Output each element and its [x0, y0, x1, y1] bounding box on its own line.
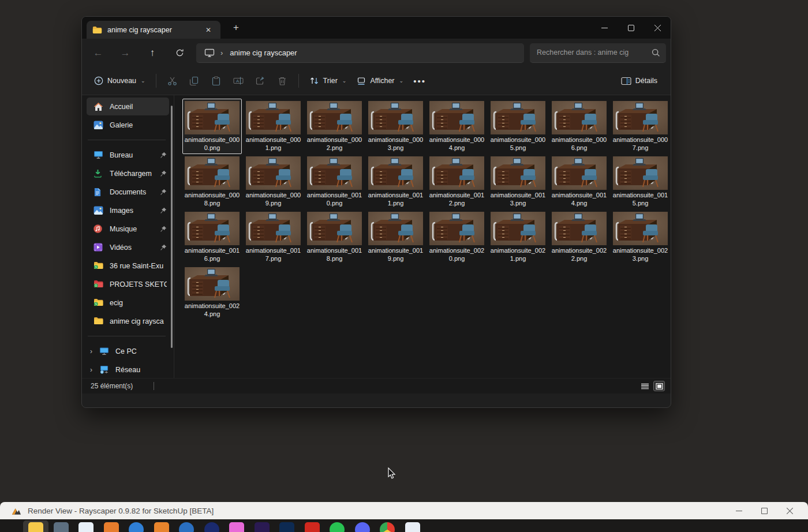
- taskbar-icon-whatsapp[interactable]: [330, 522, 345, 532]
- view-icon: [357, 77, 366, 85]
- maximize-button[interactable]: [618, 17, 644, 39]
- forward-button[interactable]: →: [115, 43, 136, 63]
- search-icon[interactable]: [652, 48, 660, 57]
- file-item[interactable]: animationsuite_0020.png: [427, 209, 487, 265]
- more-options-button[interactable]: •••: [409, 71, 431, 91]
- sidebar-item-documents[interactable]: Documents: [87, 183, 169, 201]
- file-item[interactable]: animationsuite_0010.png: [305, 154, 364, 209]
- close-button[interactable]: [644, 17, 671, 39]
- details-view-toggle[interactable]: [639, 381, 650, 391]
- taskbar-icon-vlc[interactable]: [154, 522, 169, 532]
- taskbar-icon-thunderbird[interactable]: [179, 522, 194, 532]
- taskbar-icon-red-app[interactable]: [305, 522, 320, 532]
- breadcrumb[interactable]: anime cig rayscaper: [230, 48, 297, 57]
- file-item[interactable]: animationsuite_0008.png: [182, 154, 242, 209]
- file-item[interactable]: animationsuite_0023.png: [611, 209, 670, 265]
- file-item[interactable]: animationsuite_0022.png: [549, 209, 609, 265]
- file-item[interactable]: animationsuite_0007.png: [611, 99, 670, 154]
- render-view-titlebar[interactable]: Render View - Rayscaper 0.9.82 for Sketc…: [0, 502, 808, 519]
- taskbar-icon-premiere[interactable]: [255, 522, 270, 532]
- taskbar-icon-photoshop[interactable]: [279, 522, 294, 532]
- pin-icon: [160, 170, 167, 177]
- search-input[interactable]: Rechercher dans : anime cig: [530, 43, 666, 63]
- new-tab-button[interactable]: +: [227, 20, 245, 36]
- file-item[interactable]: animationsuite_0017.png: [244, 209, 303, 265]
- chevron-down-icon: ⌄: [141, 78, 145, 84]
- sidebar-item-images[interactable]: Images: [87, 201, 169, 219]
- sidebar-item-anime-cig-raysca[interactable]: anime cig raysca: [87, 312, 169, 330]
- sidebar-item-ecig[interactable]: ecig: [87, 294, 169, 312]
- file-item[interactable]: animationsuite_0018.png: [305, 209, 364, 265]
- toolbar-divider: [156, 74, 156, 88]
- render-minimize-button[interactable]: [726, 502, 751, 519]
- file-item[interactable]: animationsuite_0005.png: [488, 99, 548, 154]
- taskbar-icon-dark-app[interactable]: [204, 522, 219, 532]
- minimize-button[interactable]: [591, 17, 618, 39]
- tab-close-icon[interactable]: ✕: [201, 24, 216, 36]
- mouse-cursor: [388, 467, 396, 480]
- new-button[interactable]: Nouveau ⌄: [89, 71, 151, 91]
- file-item[interactable]: animationsuite_0011.png: [366, 154, 425, 209]
- file-name: animationsuite_0011.png: [367, 192, 424, 207]
- file-item[interactable]: animationsuite_0014.png: [549, 154, 609, 209]
- file-item[interactable]: animationsuite_0013.png: [488, 154, 548, 209]
- tab-title: anime cig rayscaper: [107, 26, 201, 34]
- paste-button[interactable]: [205, 71, 227, 91]
- taskbar-icon-pink-app[interactable]: [229, 522, 244, 532]
- sidebar-scrollbar[interactable]: [171, 106, 173, 348]
- file-item[interactable]: animationsuite_0012.png: [427, 154, 487, 209]
- sidebar-item-accueil[interactable]: Accueil: [87, 98, 169, 115]
- sidebar-item-projets-sketch[interactable]: PROJETS SKETCH: [87, 275, 169, 293]
- taskbar-icon-file-explorer[interactable]: [28, 522, 43, 532]
- render-close-button[interactable]: [777, 502, 802, 519]
- file-name: animationsuite_0001.png: [245, 136, 302, 152]
- file-item[interactable]: animationsuite_0000.png: [182, 99, 242, 154]
- file-item[interactable]: animationsuite_0019.png: [366, 209, 425, 265]
- up-button[interactable]: ↑: [142, 43, 163, 63]
- file-item[interactable]: animationsuite_0001.png: [244, 99, 303, 154]
- refresh-button[interactable]: [169, 43, 190, 63]
- file-item[interactable]: animationsuite_0004.png: [427, 99, 487, 154]
- sidebar-item-r-seau[interactable]: ›Réseau: [87, 361, 169, 379]
- share-button[interactable]: [249, 71, 271, 91]
- taskbar-icon-calculator[interactable]: [54, 522, 69, 532]
- file-item[interactable]: animationsuite_0015.png: [611, 154, 670, 209]
- taskbar-icon-blender[interactable]: [104, 522, 119, 532]
- sort-button[interactable]: Trier ⌄: [304, 71, 352, 91]
- sidebar-item-36-rue-saint-exu[interactable]: 36 rue Saint-Exu: [87, 257, 169, 275]
- back-button[interactable]: ←: [88, 43, 109, 63]
- expand-chevron-icon[interactable]: ›: [90, 347, 97, 355]
- file-item[interactable]: animationsuite_0003.png: [366, 99, 425, 154]
- taskbar-icon-discord[interactable]: [355, 522, 370, 532]
- delete-button[interactable]: [271, 71, 293, 91]
- render-maximize-button[interactable]: [751, 502, 777, 519]
- file-item[interactable]: animationsuite_0002.png: [305, 99, 364, 154]
- sidebar-item-galerie[interactable]: Galerie: [87, 116, 169, 134]
- file-item[interactable]: animationsuite_0006.png: [549, 99, 609, 154]
- file-item[interactable]: animationsuite_0016.png: [182, 209, 242, 265]
- explorer-tab[interactable]: anime cig rayscaper ✕: [87, 21, 220, 39]
- taskbar: [0, 519, 808, 532]
- file-item[interactable]: animationsuite_0024.png: [182, 265, 242, 320]
- taskbar-icon-sketchup[interactable]: [405, 522, 420, 532]
- file-item[interactable]: animationsuite_0009.png: [244, 154, 303, 209]
- file-thumbnail-desk-render: [368, 101, 423, 134]
- file-item[interactable]: animationsuite_0021.png: [488, 209, 548, 265]
- details-pane-button[interactable]: Détails: [616, 71, 663, 91]
- cut-button[interactable]: [162, 71, 184, 91]
- taskbar-icon-chrome[interactable]: [380, 522, 395, 532]
- taskbar-icon-wordpad[interactable]: [78, 522, 93, 532]
- taskbar-icon-browser-ring[interactable]: [129, 522, 144, 532]
- sidebar-item-musique[interactable]: Musique: [87, 220, 169, 238]
- sidebar-item-t-l-chargem[interactable]: Téléchargem: [87, 164, 169, 182]
- file-name: animationsuite_0012.png: [428, 192, 485, 207]
- copy-button[interactable]: [184, 71, 205, 91]
- sidebar-item-ce-pc[interactable]: ›Ce PC: [87, 342, 169, 360]
- rename-button[interactable]: A: [227, 71, 249, 91]
- thumbnail-view-toggle[interactable]: [653, 381, 665, 391]
- view-button[interactable]: Afficher ⌄: [351, 71, 409, 91]
- address-bar[interactable]: › anime cig rayscaper: [196, 43, 524, 63]
- expand-chevron-icon[interactable]: ›: [90, 366, 97, 374]
- sidebar-item-bureau[interactable]: Bureau: [87, 146, 169, 164]
- sidebar-item-vid-os[interactable]: Vidéos: [87, 238, 169, 256]
